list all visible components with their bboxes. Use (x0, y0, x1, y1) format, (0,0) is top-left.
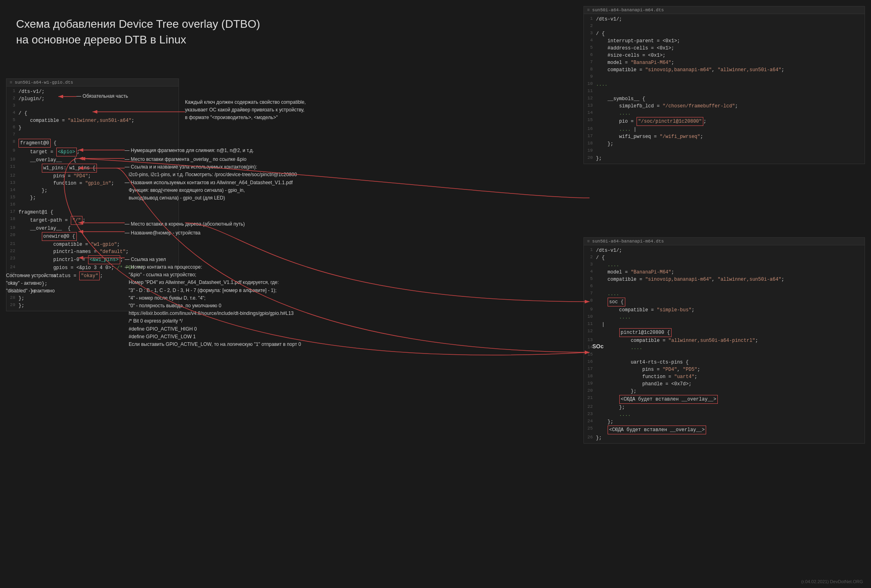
annotation-targetpath: — Место вставки в корень дерева (абсолют… (125, 220, 245, 228)
annotation-key-desc: Каждый ключ должен содержать свойство co… (185, 99, 306, 122)
code-line: 6 #size-cells = <0x1>; (584, 52, 865, 59)
code-line: 9 compatible = "simple-bus"; (584, 306, 865, 314)
code-line: 8 compatible = "sinovoip,bananapi-m64", … (584, 66, 865, 74)
code-line: 3 / { (584, 30, 865, 37)
code-line: 1 /dts-v1/; (584, 247, 865, 254)
code-line: 2 (584, 23, 865, 30)
annotation-w1pins: — Ссылка и и название узла используемых … (125, 163, 297, 179)
annotation-pins-desc: — Названия используемых контактов из All… (125, 179, 293, 202)
code-line: 14 .... (584, 110, 865, 117)
code-line: 18 function = "uart4"; (584, 373, 865, 380)
code-line: 1 /dts-v1/; (584, 16, 865, 23)
code-line: 25 <СЮДА будет вставлен __overlay__> (584, 426, 865, 434)
code-line: 16 uart4-rts-cts-pins { (584, 359, 865, 366)
annotation-soc: SOc (592, 342, 604, 351)
code-line: 6 } (6, 124, 179, 132)
code-line: 22 }; (584, 404, 865, 411)
code-line: 14 .... (584, 344, 865, 352)
annotation-pinctrl0: — Ссылка на узел (125, 256, 166, 263)
code-line: 8 fragment@0 { (6, 139, 179, 148)
annotation-fragment-numbering: — Нумерация фрагментов для слияния: n@1,… (125, 147, 254, 154)
code-line: 5 compatible = "sinovoip,bananapi-m64", … (584, 276, 865, 283)
code-line: 21 compatible = "w1-gpio"; (6, 241, 179, 248)
code-line: 3 .... (584, 261, 865, 269)
code-line: 13 compatible = "allwinner,sun50i-a64-pi… (584, 337, 865, 344)
code-line: 10 .... (584, 314, 865, 321)
code-line: 5 compatible = "allwinner,sun50i-a64"; (6, 117, 179, 124)
code-line: 10 .... (584, 81, 865, 88)
code-line: 8 soc { (584, 298, 865, 306)
panel-main-top-title: sun50i-a64-bananapi-m64.dts (584, 6, 865, 14)
main-title: Схема добавления Device Tree overlay (DT… (16, 16, 260, 47)
code-line: 20 }; (584, 388, 865, 395)
code-line: 12 pinctrl@1c20800 { (584, 328, 865, 337)
code-line: 17 fragment@1 { (6, 209, 179, 216)
code-line: 23 .... (584, 411, 865, 418)
code-line: 26 }; (584, 434, 865, 442)
code-line: 11 (584, 88, 865, 95)
code-line: 2 / { (584, 254, 865, 261)
code-line: 16 .... | (584, 126, 865, 133)
footer: (r.04.02.2021) DevDotNet.ORG (801, 579, 863, 584)
code-line: 4 interrupt-parent = <0x1>; (584, 37, 865, 45)
annotation-onewire: — Название@номер - устройства (125, 229, 201, 236)
code-line: 13 simplefb_lcd = "/chosen/framebuffer-l… (584, 103, 865, 110)
code-line: 9 (584, 74, 865, 81)
code-line: 19 (584, 148, 865, 155)
code-line: 19 phandle = <0x7d>; (584, 380, 865, 388)
code-line: 24 }; (584, 418, 865, 426)
code-line: 17 wifi_pwrseq = "/wifi_pwrseq"; (584, 133, 865, 140)
code-line: 7 (6, 132, 179, 139)
code-line: 15 (584, 352, 865, 359)
panel-main-bottom-title: sun50i-a64-bananapi-m64.dts (584, 238, 865, 245)
annotation-mandatory: — Обязательная часть (76, 93, 128, 100)
code-line: 5 #address-cells = <0x1>; (584, 45, 865, 52)
code-line: 16 (6, 201, 179, 209)
code-line: 18 }; (584, 140, 865, 148)
code-line: 11 | (584, 321, 865, 328)
code-line: 3 (6, 103, 179, 110)
main-dts-bottom-panel: sun50i-a64-bananapi-m64.dts 1 /dts-v1/; … (583, 237, 865, 444)
code-line: 4 model = "BananaPi-M64"; (584, 269, 865, 276)
annotation-target-desc: — Место вставки фрагмента _overlay_ по с… (125, 156, 247, 163)
code-line: 20 }; (584, 155, 865, 162)
code-line: 15 pio = "/soc/pinctrl@1c20800"; (584, 117, 865, 126)
annotation-status: Состояние устройства "okay" - активно "d… (6, 272, 56, 295)
main-top-code-body: 1 /dts-v1/; 2 3 / { 4 interrupt-parent =… (584, 14, 865, 164)
annotation-gpios: — Номер контакта на процессоре: "&pio" -… (125, 263, 301, 348)
code-line: 17 pins = "PD4", "PD5"; (584, 366, 865, 373)
panel-overlay-title: sun50i-a64-w1-gpio.dts (6, 79, 179, 86)
code-line: 12 __symbols__ { (584, 95, 865, 103)
code-line: 4 / { (6, 110, 179, 117)
code-line: 7 model = "BananaPi-M64"; (584, 59, 865, 66)
main-bottom-code-body: 1 /dts-v1/; 2 / { 3 .... 4 model = "Bana… (584, 245, 865, 443)
code-line: 22 pinctrl-names = "default"; (6, 248, 179, 255)
code-line: 21 <СЮДА будет вставлен __overlay__> (584, 395, 865, 404)
code-line: 6 (584, 283, 865, 290)
code-line: 7 .... (584, 290, 865, 298)
main-dts-top-panel: sun50i-a64-bananapi-m64.dts 1 /dts-v1/; … (583, 6, 865, 164)
